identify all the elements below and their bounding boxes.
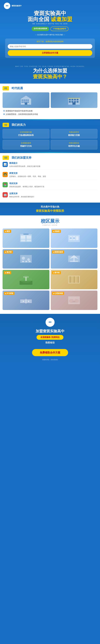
hero-logo-row: 壹斑 壹斑实验高中 — [4, 2, 96, 9]
hero-subtitle-en: WE SINCERELY INVITE YOU TO JOIN — [4, 23, 96, 25]
section03-num: 03 — [2, 156, 9, 160]
campus-label-counseling: 心理咨询室 — [52, 292, 64, 295]
hero-title-line2: 面向全国 诚邀加盟 — [4, 16, 96, 22]
svg-rect-8 — [27, 102, 29, 103]
card0-bottom: 打造成熟课程体系 — [5, 134, 47, 136]
opp-image-1 — [2, 92, 50, 108]
banner-line1: 民办高中市场火热 — [2, 205, 98, 208]
campus-grid-3: 操场 图书馆 — [2, 270, 98, 289]
svg-point-35 — [22, 257, 25, 260]
svg-point-36 — [27, 258, 30, 261]
support-item-3: 🏢 运营支持 整体运营管理，推动校区顺利进行 — [2, 192, 98, 200]
banner-strip: 民办高中市场火热 壹斑实验高中突围取胜 — [0, 202, 100, 216]
counseling-img — [68, 295, 80, 306]
footer-sub: 助您创业 — [2, 341, 98, 344]
strength-card-2: 生涯规划体系 明确学习方向 — [2, 140, 50, 150]
svg-rect-20 — [72, 102, 76, 105]
svg-rect-23 — [21, 236, 25, 239]
why-title-line2: 壹斑实验高中？ — [2, 74, 98, 80]
svg-rect-31 — [76, 236, 79, 240]
svg-rect-4 — [27, 100, 29, 101]
badge-cooperation: 合作办校全程扶持 — [32, 27, 49, 31]
support-icon-0: 📊 — [2, 162, 8, 167]
section-02: 02 我们的实力 针对性授课方案 打造成熟课程体系 导师全程导学 教研能力完善 … — [0, 120, 100, 152]
campus-label-library: 图书馆 — [52, 271, 61, 274]
svg-rect-27 — [23, 234, 29, 235]
aviation-img — [68, 254, 80, 264]
opp-point-1: 发展规划中鼓励高中段多样化发展 — [2, 110, 98, 112]
svg-point-63 — [28, 301, 29, 302]
pingpong-img — [20, 295, 32, 306]
support-desc-1: 总部辅出，全国岗位统一招聘、培训、考核、派驻 — [9, 175, 46, 178]
card2-top: 生涯规划体系 — [5, 142, 47, 144]
card3-top: 特色社团活动 — [53, 142, 96, 144]
card3-bottom: 培养学生兴趣 — [53, 145, 96, 147]
svg-rect-13 — [71, 99, 73, 100]
svg-rect-16 — [69, 101, 71, 102]
campus-item-aviation: 航模实验室 — [51, 249, 98, 268]
svg-rect-9 — [25, 103, 27, 105]
opp-image-2 — [51, 92, 98, 108]
logo-text: 壹斑 — [6, 5, 8, 7]
campus-header: 校区展示 CAMPUS SHOW — [2, 218, 98, 226]
svg-rect-12 — [69, 99, 71, 100]
footer-disclaimer: 加盟有风险，投资需谨慎 — [2, 359, 98, 361]
why-title-line1: 为什么选择加盟 — [2, 68, 98, 74]
support-item-1: 👨‍🏫 师资支持 总部辅出，全国岗位统一招聘、培训、考核、派驻 — [2, 172, 98, 180]
campus-title: 校区展示 — [2, 218, 98, 224]
support-desc-3: 整体运营管理，推动校区顺利进行 — [9, 196, 34, 198]
svg-rect-54 — [74, 276, 75, 283]
lab-img — [68, 233, 80, 243]
support-desc-0: 自有KIE教育理论体系，持续关注教学质量 — [9, 165, 40, 168]
campus-grid-4: 乒乓球室 心理咨询室 — [2, 290, 98, 310]
footer-badge: 全流程服务 扶持到位 — [37, 335, 63, 340]
svg-rect-26 — [27, 240, 31, 242]
svg-rect-17 — [71, 101, 73, 102]
support-title-2: 培训支持 — [9, 182, 44, 185]
support-title-3: 运营支持 — [9, 192, 34, 195]
support-desc-2: 训练营实战进阶，每周线上培训，规范标杆打造 — [9, 186, 44, 188]
svg-rect-3 — [25, 100, 27, 101]
badge-experience: 十年经验品牌背书 — [50, 27, 68, 31]
svg-point-66 — [74, 299, 79, 303]
strength-card-0: 针对性授课方案 打造成熟课程体系 — [2, 129, 50, 138]
campus-item-lab: 实验室 — [51, 228, 98, 248]
section02-title: 我们的实力 — [12, 123, 26, 127]
hero-form: 填写下表，免费获取内部招商资料 立即获取合作方案 — [5, 38, 95, 58]
submit-btn[interactable]: 立即获取合作方案 — [8, 50, 92, 56]
campus-item-classroom: 教室 — [2, 228, 50, 248]
svg-rect-67 — [73, 302, 75, 302]
hero-tagline: — 全日制民办高中 教学实力有目共睹 — — [4, 34, 96, 36]
section01-num: 01 — [2, 86, 9, 90]
campus-grid-2: 美术室 航模实验室 — [2, 249, 98, 268]
banner-line2: 壹斑实验高中突围取胜 — [2, 209, 98, 213]
campus-label-aviation: 航模实验室 — [52, 250, 64, 254]
svg-rect-38 — [25, 261, 27, 262]
svg-rect-55 — [75, 276, 76, 283]
support-title-0: 精准提分 — [9, 162, 40, 164]
footer-btn[interactable]: 免费领取合作方案 — [32, 349, 68, 356]
campus-label-classroom: 教室 — [4, 230, 11, 233]
svg-rect-53 — [73, 276, 74, 283]
svg-rect-56 — [77, 276, 78, 283]
svg-rect-18 — [74, 101, 76, 102]
playground-img — [20, 274, 32, 285]
strength-card-3: 特色社团活动 培养学生兴趣 — [51, 140, 98, 150]
footer-logo: 壹斑 — [46, 318, 54, 327]
opp-point-2: 义务教育阶段，没有营利性质的民办学校 — [2, 113, 98, 116]
section01-title: 时代机遇 — [12, 86, 23, 90]
svg-rect-6 — [23, 102, 25, 103]
support-icon-2: 📚 — [2, 182, 8, 187]
support-icon-3: 🏢 — [2, 192, 8, 198]
phone-input[interactable] — [8, 44, 92, 49]
campus-label-pingpong: 乒乓球室 — [4, 292, 14, 295]
section-03: 03 我们的加盟支持 📊 精准提分 自有KIE教育理论体系，持续关注教学质量 👨… — [0, 153, 100, 202]
hero-badges: 合作办校全程扶持 十年经验品牌背书 — [4, 27, 96, 31]
building-svg-2 — [68, 95, 80, 105]
campus-grid-1: 教室 实验室 — [2, 228, 98, 248]
why-title: 为什么选择加盟 壹斑实验高中？ — [2, 68, 98, 80]
library-img — [68, 274, 80, 285]
svg-rect-19 — [77, 101, 79, 102]
card1-bottom: 教研能力完善 — [53, 134, 96, 136]
svg-rect-21 — [68, 98, 80, 98]
